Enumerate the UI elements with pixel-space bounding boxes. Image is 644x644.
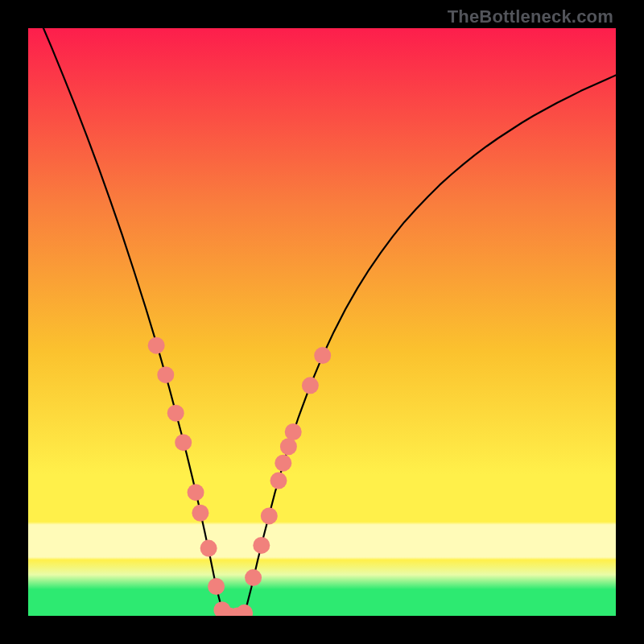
svg-point-14 (253, 537, 270, 554)
svg-rect-0 (28, 28, 616, 616)
bottleneck-curve-chart (28, 28, 616, 616)
svg-point-5 (188, 484, 204, 501)
svg-point-18 (280, 438, 297, 455)
svg-point-1 (148, 337, 165, 354)
plot-area (28, 28, 616, 616)
svg-point-19 (285, 423, 302, 440)
svg-point-7 (200, 540, 217, 557)
svg-point-8 (208, 578, 225, 595)
svg-point-15 (261, 507, 278, 524)
svg-point-20 (302, 377, 319, 394)
chart-frame: TheBottleneck.com (0, 0, 644, 644)
svg-point-3 (167, 405, 184, 422)
svg-point-21 (314, 347, 331, 364)
svg-point-6 (192, 505, 208, 522)
svg-point-16 (270, 473, 287, 489)
watermark-text: TheBottleneck.com (448, 6, 613, 27)
svg-point-13 (245, 569, 262, 586)
svg-point-2 (157, 366, 174, 383)
svg-point-17 (275, 455, 291, 472)
svg-point-4 (175, 434, 192, 451)
